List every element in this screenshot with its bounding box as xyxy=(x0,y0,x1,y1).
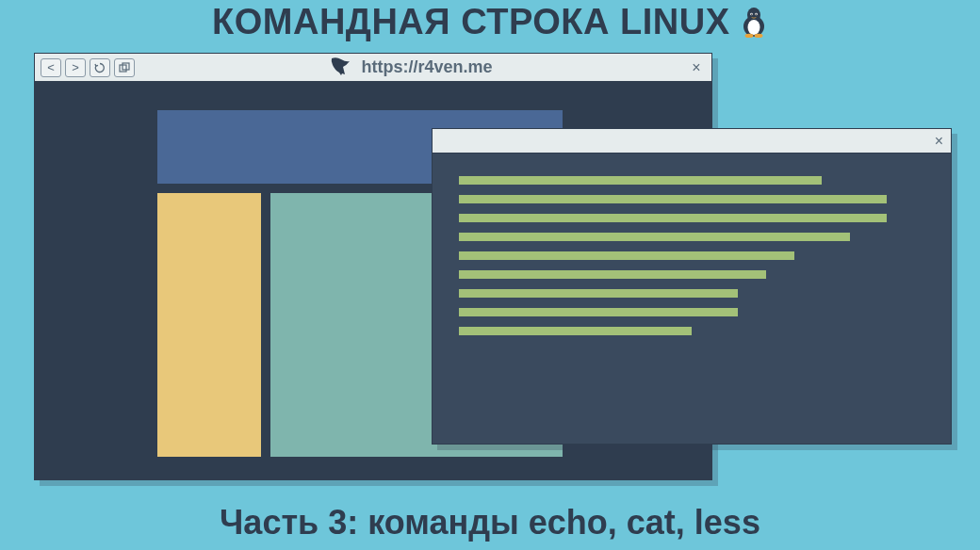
page-subtitle: Часть 3: команды echo, cat, less xyxy=(0,503,980,542)
terminal-output-line xyxy=(459,327,692,335)
svg-point-5 xyxy=(751,14,752,15)
terminal-close-button[interactable]: × xyxy=(935,133,943,150)
tux-penguin-icon xyxy=(740,6,768,41)
terminal-window: × xyxy=(432,128,952,445)
raven-icon xyxy=(329,56,353,80)
svg-point-2 xyxy=(747,20,760,35)
terminal-output-line xyxy=(459,308,738,316)
svg-point-6 xyxy=(756,14,757,15)
back-button[interactable]: < xyxy=(41,58,61,77)
page-header: КОМАНДНАЯ СТРОКА LINUX xyxy=(0,2,980,42)
terminal-output-line xyxy=(459,270,766,279)
address-bar[interactable]: https://r4ven.me xyxy=(139,56,683,80)
terminal-output-line xyxy=(459,251,794,260)
terminal-body[interactable] xyxy=(433,154,951,444)
browser-close-button[interactable]: × xyxy=(687,59,706,76)
terminal-titlebar: × xyxy=(433,129,951,154)
reload-icon xyxy=(94,62,106,73)
terminal-output-line xyxy=(459,289,738,298)
tabs-button[interactable] xyxy=(114,58,135,77)
layout-block-sidebar xyxy=(157,193,261,457)
svg-point-8 xyxy=(754,34,762,38)
page-title: КОМАНДНАЯ СТРОКА LINUX xyxy=(212,2,729,42)
reload-button[interactable] xyxy=(90,58,110,77)
terminal-output-line xyxy=(459,176,822,185)
browser-toolbar: < > https://r4ven.me × xyxy=(35,54,711,82)
terminal-output-line xyxy=(459,195,887,203)
forward-button[interactable]: > xyxy=(65,58,86,77)
url-text: https://r4ven.me xyxy=(361,57,492,77)
terminal-output-line xyxy=(459,214,887,222)
terminal-output-line xyxy=(459,233,850,241)
svg-point-7 xyxy=(744,34,753,38)
tabs-icon xyxy=(119,62,130,73)
